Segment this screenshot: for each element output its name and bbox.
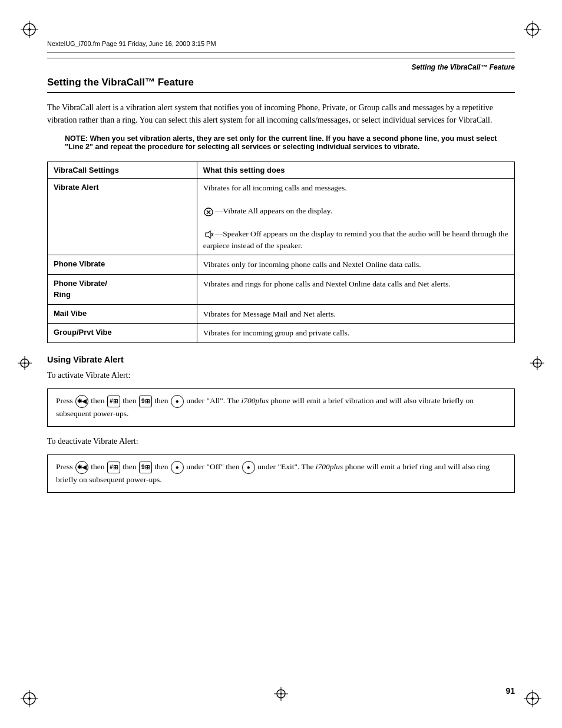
rule-top xyxy=(47,52,515,52)
bottom-center-mark xyxy=(273,686,289,704)
deactivate-then2: then xyxy=(123,462,138,471)
brand-i700-plus: i700plus xyxy=(242,396,269,405)
intro-paragraph: The VibraCall alert is a vibration alert… xyxy=(47,101,515,126)
setting-name-vibrate-alert: Vibrate Alert xyxy=(48,179,197,255)
table-row: Vibrate Alert Vibrates for all incoming … xyxy=(48,179,515,255)
key-9-2: 9⊞ xyxy=(139,462,152,473)
activate-label: To activate Vibrate Alert: xyxy=(47,369,515,381)
setting-desc-vibrate-alert: Vibrates for all incoming calls and mess… xyxy=(197,179,514,255)
activate-then2: then xyxy=(123,396,138,405)
activate-then3: then xyxy=(154,396,170,405)
key-star: ✱◀ xyxy=(75,395,88,408)
main-content: Setting the VibraCall™ Feature The Vibra… xyxy=(47,77,515,681)
table-row: Mail Vibe Vibrates for Message Mail and … xyxy=(48,304,515,324)
vibrate-alert-desc3: —Speaker Off appears on the display to r… xyxy=(203,228,508,251)
deactivate-then1: then xyxy=(91,462,107,471)
svg-marker-30 xyxy=(206,231,210,238)
deactivate-press-label: Press xyxy=(56,462,75,471)
svg-point-19 xyxy=(24,362,26,364)
key-hash-m: #⊞ xyxy=(107,396,120,407)
speaker-off-icon xyxy=(203,230,214,239)
table-row: Group/Prvt Vibe Vibrates for incoming gr… xyxy=(48,324,515,343)
top-meta: NextelUG_i700.fm Page 91 Friday, June 16… xyxy=(47,40,515,47)
setting-desc-phone-vibrate: Vibrates only for incoming phone calls a… xyxy=(197,255,514,275)
setting-name-phone-vibrate: Phone Vibrate xyxy=(48,255,197,275)
corner-mark-bl xyxy=(18,687,41,710)
corner-mark-tl xyxy=(18,18,41,41)
vibracall-table: VibraCall Settings What this setting doe… xyxy=(47,162,515,343)
key-select2: ● xyxy=(171,461,184,474)
deactivate-instruction-box: Press ✱◀ then #⊞ then 9⊞ then ● under "O… xyxy=(47,454,515,493)
setting-name-mail-vibe: Mail Vibe xyxy=(48,304,197,324)
vibrate-alert-desc2: —Vibrate All appears on the display. xyxy=(203,205,508,217)
page-number: 91 xyxy=(505,686,515,696)
activate-then1: then xyxy=(91,396,107,405)
key-select3: ● xyxy=(242,461,255,474)
note-text: When you set vibration alerts, they are … xyxy=(65,134,497,151)
subsection-using-vibrate-alert: Using Vibrate Alert xyxy=(47,355,515,364)
table-col2-header: What this setting does xyxy=(197,162,514,179)
setting-desc-group-prvt-vibe: Vibrates for incoming group and private … xyxy=(197,324,514,343)
meta-text: NextelUG_i700.fm Page 91 Friday, June 16… xyxy=(47,40,216,47)
activate-instruction-box: Press ✱◀ then #⊞ then 9⊞ then ● under "A… xyxy=(47,388,515,427)
corner-mark-tr xyxy=(521,18,544,41)
key-9: 9⊞ xyxy=(139,396,152,407)
svg-point-27 xyxy=(280,693,282,695)
setting-name-phone-vibrate-ring: Phone Vibrate/Ring xyxy=(48,274,197,304)
side-mark-left xyxy=(16,355,33,374)
key-star2: ✱◀ xyxy=(75,461,88,474)
table-row: Phone Vibrate Vibrates only for incoming… xyxy=(48,255,515,275)
key-hash-m2: #⊞ xyxy=(107,462,120,473)
header-title: Setting the VibraCall™ Feature xyxy=(411,63,515,71)
side-mark-right xyxy=(529,355,546,374)
svg-point-11 xyxy=(28,697,31,700)
deactivate-then3: then xyxy=(154,462,170,471)
svg-point-15 xyxy=(531,697,534,700)
corner-mark-br xyxy=(521,687,544,710)
rule-bottom xyxy=(47,58,515,58)
deactivate-under-exit: under "Exit". The i700plus phone will em… xyxy=(56,462,490,484)
note-label: NOTE: xyxy=(65,134,88,143)
deactivate-under-off: under "Off" then xyxy=(186,462,242,471)
deactivate-label: To deactivate Vibrate Alert: xyxy=(47,435,515,447)
svg-point-3 xyxy=(28,28,31,31)
svg-point-23 xyxy=(537,362,538,364)
note-box: NOTE: When you set vibration alerts, the… xyxy=(65,134,515,151)
table-col1-header: VibraCall Settings xyxy=(48,162,197,179)
setting-desc-phone-vibrate-ring: Vibrates and rings for phone calls and N… xyxy=(197,274,514,304)
setting-name-group-prvt-vibe: Group/Prvt Vibe xyxy=(48,324,197,343)
key-select1: ● xyxy=(171,395,184,408)
table-row: Phone Vibrate/Ring Vibrates and rings fo… xyxy=(48,274,515,304)
brand-i700-plus-2: i700plus xyxy=(316,462,343,471)
vibrate-alert-desc1: Vibrates for all incoming calls and mess… xyxy=(203,182,508,194)
vibrate-all-icon xyxy=(203,207,214,216)
activate-press-label: Press xyxy=(56,396,75,405)
section-title: Setting the VibraCall™ Feature xyxy=(47,77,515,93)
svg-point-7 xyxy=(531,28,534,31)
setting-desc-mail-vibe: Vibrates for Message Mail and Net alerts… xyxy=(197,304,514,324)
